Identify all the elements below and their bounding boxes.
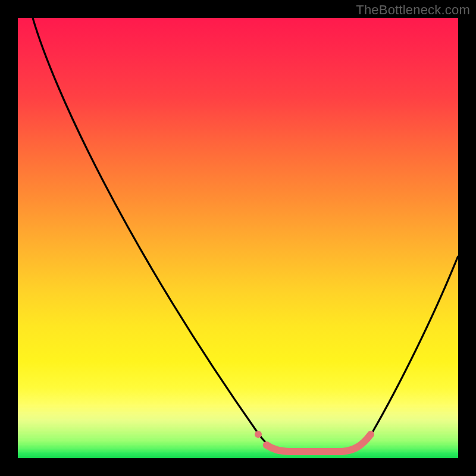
figure-root: TheBottleneck.com bbox=[0, 0, 476, 476]
bottleneck-curve bbox=[33, 18, 458, 451]
watermark-label: TheBottleneck.com bbox=[356, 2, 470, 18]
plot-area bbox=[18, 18, 458, 458]
valley-highlight bbox=[267, 434, 371, 452]
curve-layer bbox=[18, 18, 458, 458]
valley-dot bbox=[255, 431, 262, 438]
